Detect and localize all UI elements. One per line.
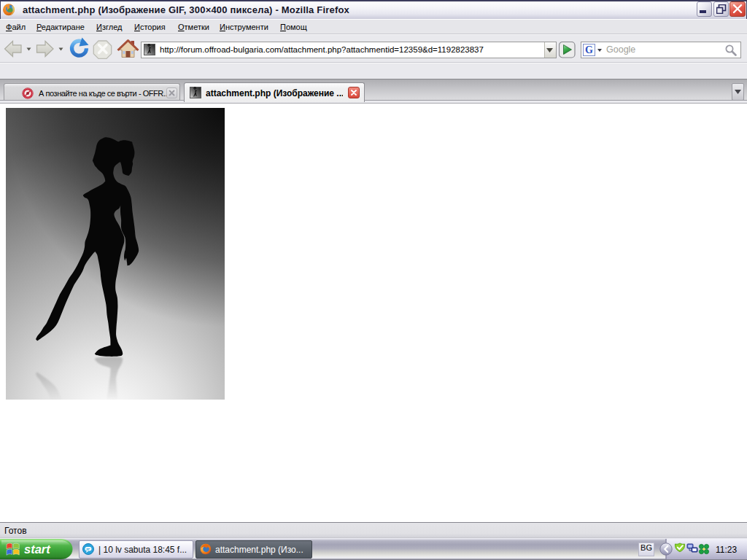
svg-text:G: G xyxy=(585,44,593,55)
svg-text:start: start xyxy=(24,542,51,556)
